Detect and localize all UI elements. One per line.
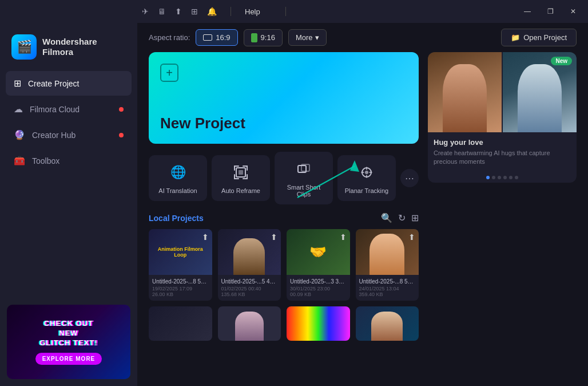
planar-tracking-label: Planar Tracking: [345, 187, 388, 194]
monitor-icon[interactable]: 🖥: [158, 7, 166, 16]
open-project-label: Open Project: [523, 33, 567, 42]
tool-ai-translation[interactable]: 🌐 AI Translation: [149, 155, 207, 201]
featured-image-2: New: [503, 52, 577, 132]
pagination-dot-2[interactable]: [492, 176, 495, 179]
open-project-button[interactable]: 📁 Open Project: [501, 29, 577, 46]
help-link[interactable]: Help: [245, 7, 260, 16]
project-thumbnail: ⬆: [356, 229, 419, 275]
quick-tools: 🌐 AI Translation: [149, 152, 419, 204]
project-name: Untitled-2025-...8 57(copy).wfp: [359, 278, 416, 285]
pagination-dot-5[interactable]: [509, 176, 512, 179]
pagination-dot-4[interactable]: [503, 176, 507, 179]
maximize-button[interactable]: ❐: [540, 3, 561, 19]
titlebar-separator2: [285, 7, 286, 16]
projects-row2: [149, 306, 419, 341]
ratio-16-9-button[interactable]: 16:9: [196, 29, 237, 46]
section-header: Local Projects 🔍 ↻ ⊞: [149, 212, 419, 223]
logo-text: Wondershare Filmora: [42, 37, 97, 57]
table-row[interactable]: [287, 306, 350, 341]
titlebar-separator: [231, 7, 231, 16]
planar-tracking-icon: [356, 162, 377, 183]
featured-images: New: [428, 52, 577, 132]
left-panel: + New Project 🌐 AI Translation: [149, 52, 419, 386]
new-project-label: New Project: [160, 115, 245, 132]
sidebar-item-label-cloud: Filmora Cloud: [30, 105, 80, 114]
tool-smart-short-clips[interactable]: Smart Short Clips: [275, 152, 333, 204]
featured-card: New Hug your love Create heartwarming AI…: [428, 52, 577, 183]
featured-image-1: [428, 52, 502, 132]
more-tools-button[interactable]: ⋯: [400, 169, 419, 187]
tool-auto-reframe[interactable]: Auto Reframe: [212, 155, 270, 201]
table-row[interactable]: [356, 306, 419, 341]
hub-notification-dot: [119, 133, 124, 137]
table-row[interactable]: [149, 306, 212, 341]
close-button[interactable]: ✕: [563, 3, 583, 19]
titlebar-tool-icons: ✈ 🖥 ⬆ ⊞ 🔔 Help: [142, 7, 291, 16]
titlebar: ✈ 🖥 ⬆ ⊞ 🔔 Help — ❐ ✕: [0, 0, 588, 23]
upload-icon[interactable]: ⬆: [175, 7, 182, 16]
toolbox-icon: 🧰: [14, 155, 25, 166]
sidebar-item-filmora-cloud[interactable]: ☁ Filmora Cloud: [6, 97, 132, 121]
ratio-9-16-button[interactable]: 9:16: [244, 29, 283, 46]
app-subtitle: Filmora: [42, 47, 97, 57]
sidebar-item-label-hub: Creator Hub: [32, 131, 76, 140]
table-row[interactable]: Animation Filmora Loop ⬆ Untitled-2025-.…: [149, 229, 212, 301]
upload-icon: ⬆: [271, 233, 277, 242]
pagination-dot-3[interactable]: [498, 176, 501, 179]
window-controls: — ❐ ✕: [517, 3, 583, 19]
banner-explore-button[interactable]: EXPLORE MORE: [35, 353, 102, 365]
person-silhouette-1: [443, 64, 487, 132]
landscape-icon: [203, 34, 212, 41]
section-actions: 🔍 ↻ ⊞: [381, 212, 419, 223]
more-ratios-button[interactable]: More ▾: [288, 29, 327, 46]
project-thumbnail: 🤝 ⬆: [287, 229, 350, 275]
featured-desc: Create heartwarming AI hugs that capture…: [434, 149, 571, 167]
more-label: More: [296, 33, 313, 42]
sidebar-item-create-project[interactable]: ⊞ Create Project: [6, 71, 132, 96]
grid-icon[interactable]: ⊞: [191, 7, 198, 16]
sidebar-nav: ⊞ Create Project ☁ Filmora Cloud 🔮 Creat…: [0, 71, 137, 173]
bell-icon[interactable]: 🔔: [207, 7, 217, 16]
sidebar: 🎬 Wondershare Filmora ⊞ Create Project ☁…: [0, 23, 137, 386]
grid-view-icon[interactable]: ⊞: [411, 212, 419, 223]
person-image-warm: [428, 52, 502, 132]
projects-grid: Animation Filmora Loop ⬆ Untitled-2025-.…: [149, 229, 419, 301]
app-name: Wondershare: [42, 37, 97, 47]
sidebar-item-creator-hub[interactable]: 🔮 Creator Hub: [6, 123, 132, 147]
table-row[interactable]: ⬆ Untitled-2025-...5 48(copy).wfp 01/02/…: [218, 229, 281, 301]
new-project-card[interactable]: + New Project: [149, 52, 419, 144]
main-content: Aspect ratio: 16:9 9:16 More ▾ 📁 Open Pr…: [137, 23, 588, 386]
folder-icon: 📁: [511, 33, 520, 42]
create-project-icon: ⊞: [14, 78, 21, 89]
svg-point-5: [365, 171, 368, 174]
featured-info: Hug your love Create heartwarming AI hug…: [428, 132, 577, 172]
right-panel: New Hug your love Create heartwarming AI…: [428, 52, 577, 386]
more-tools-icon: ⋯: [405, 173, 414, 184]
minimize-button[interactable]: —: [517, 3, 538, 19]
aspect-ratio-label: Aspect ratio:: [149, 33, 190, 42]
sidebar-item-toolbox[interactable]: 🧰 Toolbox: [6, 148, 132, 173]
project-meta: 30/01/2025 23:00 00.09 KB: [290, 286, 347, 297]
banner-content: CHECK OUT NEW GLITCH TEXT! EXPLORE MORE: [7, 305, 130, 379]
table-row[interactable]: ⬆ Untitled-2025-...8 57(copy).wfp 24/01/…: [356, 229, 419, 301]
send-icon[interactable]: ✈: [142, 7, 149, 16]
ai-translation-icon: 🌐: [168, 162, 188, 183]
banner-text: CHECK OUT NEW GLITCH TEXT!: [39, 319, 98, 348]
pagination-dot-1[interactable]: [486, 176, 490, 179]
project-info: Untitled-2025-...5 48(copy).wfp 01/02/20…: [218, 275, 281, 301]
sidebar-item-label-create: Create Project: [28, 79, 79, 88]
project-meta: 19/02/2025 17:09 26.00 KB: [152, 286, 209, 297]
chevron-down-icon: ▾: [315, 33, 319, 42]
app-logo: 🎬 Wondershare Filmora: [0, 27, 137, 71]
cloud-notification-dot: [119, 107, 124, 112]
pagination-dot-6[interactable]: [515, 176, 518, 179]
promo-banner[interactable]: CHECK OUT NEW GLITCH TEXT! EXPLORE MORE: [7, 305, 130, 379]
upload-icon: ⬆: [202, 233, 209, 242]
refresh-icon[interactable]: ↻: [398, 212, 406, 223]
table-row[interactable]: 🤝 ⬆ Untitled-2025-...3 37(copy).wfp 30/0…: [287, 229, 350, 301]
project-name: Untitled-2025-...3 37(copy).wfp: [290, 278, 347, 285]
search-icon[interactable]: 🔍: [381, 212, 392, 223]
tool-planar-tracking[interactable]: Planar Tracking: [337, 155, 396, 201]
content-area: + New Project 🌐 AI Translation: [137, 52, 588, 386]
table-row[interactable]: [218, 306, 281, 341]
